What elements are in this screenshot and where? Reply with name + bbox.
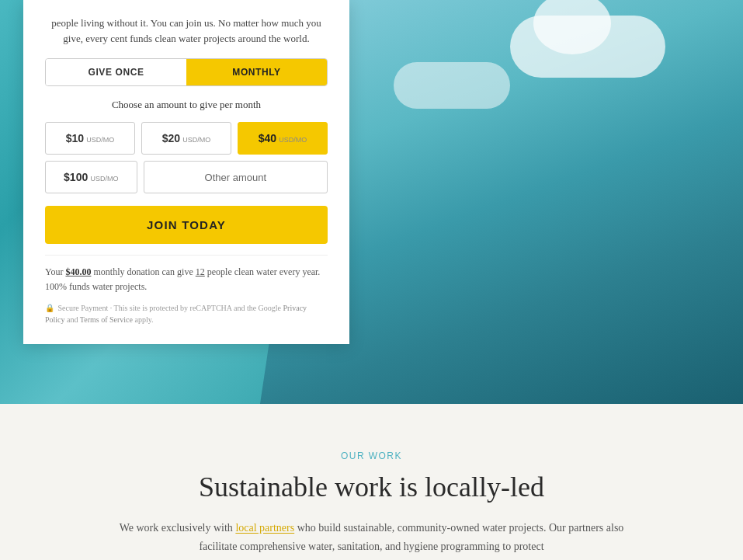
amount-20-unit: USD/mo	[182, 136, 210, 144]
amount-10-button[interactable]: $10 USD/mo	[45, 122, 135, 155]
other-amount-label: Other amount	[205, 172, 267, 183]
amount-20-value: $20	[162, 132, 180, 144]
monthly-button[interactable]: MONTHLY	[186, 59, 327, 85]
cloud-2	[394, 62, 510, 109]
donation-note-count: 12	[196, 266, 205, 277]
give-frequency-toggle: GIVE ONCE MONTHLY	[45, 58, 328, 86]
terms-of-service-link[interactable]: Terms of Service	[80, 315, 133, 324]
our-work-description: We work exclusively with local partners …	[100, 519, 644, 556]
amount-label: Choose an amount to give per month	[45, 99, 328, 111]
amount-20-button[interactable]: $20 USD/mo	[141, 122, 231, 155]
amount-100-unit: USD/mo	[91, 175, 119, 183]
secure-note-suffix: apply.	[133, 315, 154, 324]
donation-card: people living without it. You can join u…	[23, 0, 349, 344]
amount-row-2: $100 USD/mo Other amount	[45, 161, 328, 193]
donation-note-prefix: Your	[45, 266, 65, 277]
secure-note: 🔒 Secure Payment · This site is protecte…	[45, 302, 328, 325]
hero-section: people living without it. You can join u…	[0, 0, 743, 404]
donation-note-amount: $40.00	[65, 266, 91, 277]
donation-note: Your $40.00 monthly donation can give 12…	[45, 255, 328, 294]
our-work-section: OUR WORK Sustainable work is locally-led…	[0, 404, 743, 560]
amount-10-unit: USD/mo	[86, 136, 114, 144]
join-today-button[interactable]: JOIN TODAY	[45, 206, 328, 244]
amount-40-value: $40	[259, 132, 276, 144]
other-amount-button[interactable]: Other amount	[144, 161, 328, 193]
cloud-1	[510, 16, 665, 78]
secure-note-and: and	[65, 315, 80, 324]
our-work-label: OUR WORK	[31, 450, 712, 461]
amount-grid: $10 USD/mo $20 USD/mo $40 USD/mo	[45, 122, 328, 155]
amount-10-value: $10	[66, 132, 84, 144]
intro-text: people living without it. You can join u…	[45, 16, 328, 46]
donation-note-mid: monthly donation can give	[91, 266, 195, 277]
amount-40-unit: USD/mo	[279, 136, 307, 144]
amount-100-value: $100	[64, 171, 88, 183]
give-once-button[interactable]: GIVE ONCE	[46, 59, 186, 85]
local-partners-highlight: local partners	[235, 522, 294, 534]
secure-note-prefix: Secure Payment · This site is protected …	[58, 304, 283, 312]
amount-40-button[interactable]: $40 USD/mo	[238, 122, 328, 155]
our-work-title: Sustainable work is locally-led	[31, 471, 712, 503]
amount-100-button[interactable]: $100 USD/mo	[45, 161, 137, 193]
lock-icon: 🔒	[45, 302, 54, 314]
